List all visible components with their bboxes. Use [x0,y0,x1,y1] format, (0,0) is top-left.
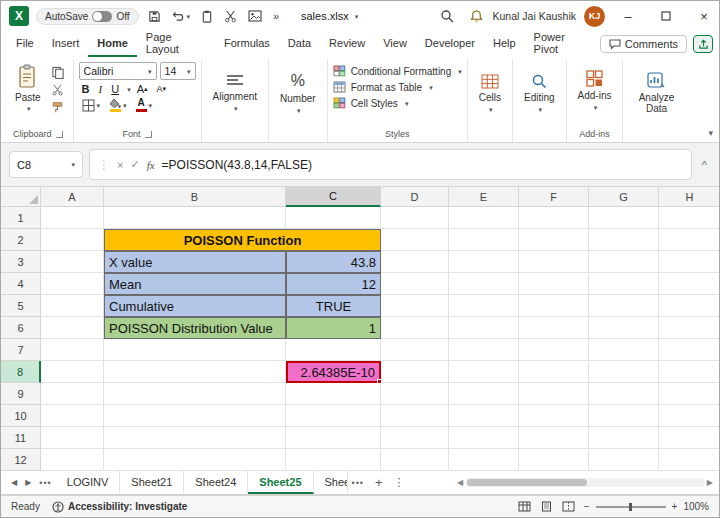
sheet-tab-shee[interactable]: Shee [314,471,348,494]
cell-H6[interactable] [659,317,719,339]
sheet-menu-icon[interactable]: ⋮ [390,476,409,489]
cell-D2[interactable] [381,229,449,251]
cancel-icon[interactable]: × [117,159,123,171]
cell-E8[interactable] [449,361,519,383]
font-dialog-launcher-icon[interactable] [145,131,152,138]
cell-A3[interactable] [41,251,104,273]
column-header-G[interactable]: G [589,187,659,207]
cell-F4[interactable] [519,273,589,295]
zoom-level[interactable]: 100% [683,501,709,512]
cell-F2[interactable] [519,229,589,251]
cell-E9[interactable] [449,383,519,405]
cell-H10[interactable] [659,405,719,427]
accessibility-status[interactable]: Accessibility: Investigate [52,501,188,513]
column-header-A[interactable]: A [41,187,104,207]
formula-input[interactable]: ⋮ × ✓ fx =POISSON(43.8,14,FALSE) [89,149,692,180]
zoom-in-button[interactable]: + [672,501,678,512]
row-header-1[interactable]: 1 [1,207,41,229]
comments-button[interactable]: Comments [600,35,687,53]
enter-icon[interactable]: ✓ [130,158,139,171]
tab-insert[interactable]: Insert [43,31,89,57]
column-header-F[interactable]: F [519,187,589,207]
cell-D8[interactable] [381,361,449,383]
sheet-tab-sheet21[interactable]: Sheet21 [120,471,184,494]
sheet-overflow-icon[interactable]: ••• [348,478,368,488]
cell-H9[interactable] [659,383,719,405]
sheet-nav-left-icon[interactable]: ◀ [7,478,21,487]
addins-button[interactable]: Add-ins ▾ [572,61,618,119]
collapse-formula-bar-icon[interactable]: ^ [698,159,711,171]
format-as-table-button[interactable]: Format as Table ▾ [333,81,462,93]
cell-E11[interactable] [449,427,519,449]
cell-H7[interactable] [659,339,719,361]
cell-B3[interactable]: X value [104,251,286,273]
decrease-font-button[interactable]: A▾ [154,84,170,94]
sheet-tab-sheet25[interactable]: Sheet25 [248,471,313,494]
minimize-button[interactable]: – [613,1,643,31]
italic-button[interactable]: I [96,83,106,95]
cell-A6[interactable] [41,317,104,339]
cell-A2[interactable] [41,229,104,251]
cell-E2[interactable] [449,229,519,251]
formula-bar-splitter[interactable]: ⋮ [98,158,110,172]
row-header-6[interactable]: 6 [1,317,41,339]
underline-dropdown-icon[interactable]: ▾ [127,86,131,93]
cell-D10[interactable] [381,405,449,427]
cell-H11[interactable] [659,427,719,449]
tab-power-pivot[interactable]: Power Pivot [525,31,600,57]
new-sheet-button[interactable]: + [368,475,390,490]
cell-H5[interactable] [659,295,719,317]
cell-G12[interactable] [589,449,659,471]
cell-B8[interactable] [104,361,286,383]
cell-G6[interactable] [589,317,659,339]
quick-access-overflow-icon[interactable]: » [271,10,281,22]
cell-E7[interactable] [449,339,519,361]
cell-A5[interactable] [41,295,104,317]
collapse-ribbon-icon[interactable]: ▾ [708,128,713,138]
clipboard-icon[interactable] [199,10,215,23]
copy-icon[interactable] [51,66,65,79]
cell-F11[interactable] [519,427,589,449]
insert-function-icon[interactable]: fx [147,159,155,171]
cell-H4[interactable] [659,273,719,295]
cell-C4[interactable]: 12 [286,273,381,295]
share-button[interactable] [693,35,713,53]
increase-font-button[interactable]: A▴ [134,83,151,95]
zoom-slider[interactable] [596,506,666,508]
row-header-9[interactable]: 9 [1,383,41,405]
cell-E6[interactable] [449,317,519,339]
cell-G4[interactable] [589,273,659,295]
cell-C5[interactable]: TRUE [286,295,381,317]
cell-E12[interactable] [449,449,519,471]
cells-button[interactable]: Cells ▾ [473,61,507,125]
paste-dropdown-icon[interactable]: ▾ [27,105,31,112]
cell-E4[interactable] [449,273,519,295]
row-header-2[interactable]: 2 [1,229,41,251]
sheet-nav-right-icon[interactable]: ▶ [21,478,35,487]
cell-G5[interactable] [589,295,659,317]
user-name[interactable]: Kunal Jai Kaushik [493,10,576,22]
cell-E5[interactable] [449,295,519,317]
cell-B5[interactable]: Cumulative [104,295,286,317]
cell-F7[interactable] [519,339,589,361]
cell-F9[interactable] [519,383,589,405]
number-button[interactable]: % Number ▾ [274,61,322,125]
avatar[interactable]: KJ [584,6,605,27]
cut-icon[interactable] [222,10,239,23]
editing-button[interactable]: Editing ▾ [518,61,561,125]
cell-H3[interactable] [659,251,719,273]
cell-H8[interactable] [659,361,719,383]
page-layout-view-button[interactable] [540,501,553,512]
row-header-3[interactable]: 3 [1,251,41,273]
cell-B6[interactable]: POISSON Distribution Value [104,317,286,339]
row-header-4[interactable]: 4 [1,273,41,295]
cell-A4[interactable] [41,273,104,295]
search-icon[interactable] [438,9,456,23]
cell-B1[interactable] [104,207,286,229]
row-header-7[interactable]: 7 [1,339,41,361]
cell-D4[interactable] [381,273,449,295]
cell-F5[interactable] [519,295,589,317]
fill-handle[interactable] [377,379,382,384]
column-header-C[interactable]: C [286,187,381,207]
row-header-10[interactable]: 10 [1,405,41,427]
